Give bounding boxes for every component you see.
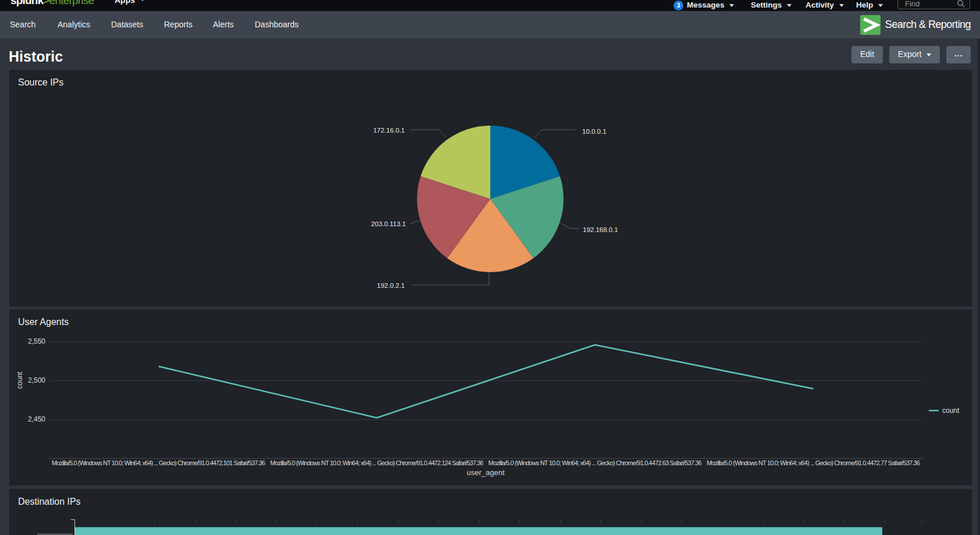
svg-text:2,450: 2,450	[28, 415, 45, 423]
svg-text:172.16.0.1: 172.16.0.1	[373, 127, 405, 134]
svg-text:192.168.0.1: 192.168.0.1	[583, 226, 618, 233]
svg-text:count: count	[942, 406, 960, 415]
svg-text:2,550: 2,550	[28, 337, 45, 345]
svg-text:10.0.0.1: 10.0.0.1	[582, 128, 607, 135]
svg-text:Mozilla/5.0 (Windows NT 10.0;: Mozilla/5.0 (Windows NT 10.0; Win64; x64…	[52, 459, 265, 466]
svg-text:Mozilla/5.0 (Windows NT 10.0;: Mozilla/5.0 (Windows NT 10.0; Win64; x64…	[489, 459, 702, 466]
svg-text:Mozilla/5.0 (Windows NT 10.0;: Mozilla/5.0 (Windows NT 10.0; Win64; x64…	[270, 459, 483, 466]
svg-text:192.0.2.1: 192.0.2.1	[377, 282, 405, 289]
svg-text:user_agent: user_agent	[466, 468, 504, 477]
svg-text:Mozilla/5.0 (Windows NT 10.0;: Mozilla/5.0 (Windows NT 10.0; Win64; x64…	[707, 459, 920, 466]
svg-text:2,500: 2,500	[28, 376, 45, 384]
svg-text:203.0.113.1: 203.0.113.1	[371, 220, 406, 227]
svg-text:count: count	[16, 372, 24, 389]
